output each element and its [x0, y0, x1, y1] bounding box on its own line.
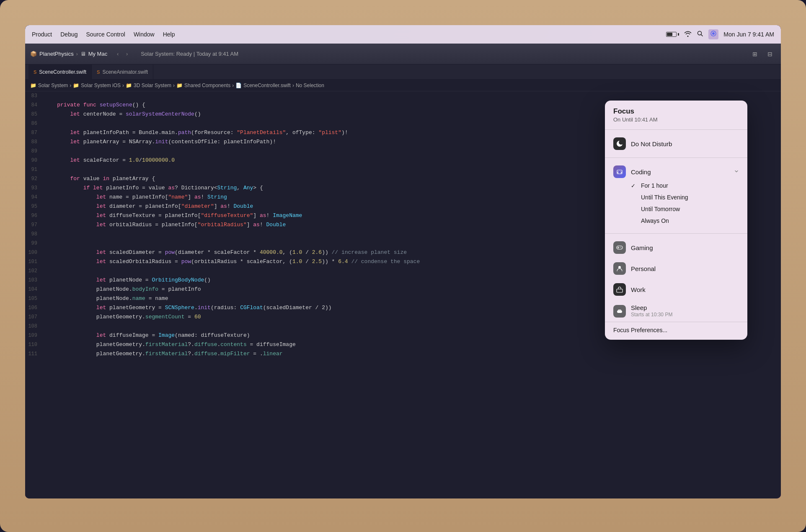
battery-icon [666, 32, 679, 37]
tab-scene-animator[interactable]: S SceneAnimator.swift [92, 65, 153, 80]
focus-item-work[interactable]: Work [605, 279, 747, 300]
svg-point-2 [712, 32, 715, 35]
screen-area: Product Debug Source Control Window Help [25, 25, 781, 498]
coding-chevron-icon [734, 168, 739, 175]
tab-label-2: SceneAnimator.swift [102, 69, 148, 75]
coding-subitems: For 1 hour Until This Evening Until Tomo… [605, 180, 747, 230]
build-status: Solar System: Ready | Today at 9:41 AM [141, 51, 238, 57]
battery-tip [678, 33, 679, 36]
breadcrumb-4[interactable]: 📁 Shared Components [176, 83, 230, 88]
breadcrumb-label-1: Solar System [38, 83, 68, 88]
divider-1 [605, 129, 747, 130]
for-1-hour-label: For 1 hour [641, 182, 668, 189]
svg-rect-11 [617, 289, 623, 292]
swift-file-icon-2: S [97, 70, 100, 75]
svg-point-9 [621, 248, 622, 248]
bc-sep-2: › [122, 83, 124, 88]
coding-subitem-until-tomorrow[interactable]: Until Tomorrow [631, 203, 739, 215]
focus-preferences[interactable]: Focus Preferences... [605, 322, 747, 340]
wifi-icon[interactable] [684, 31, 692, 38]
xcode-project-info: 📦 PlanetPhysics › 🖥 My Mac [30, 51, 107, 57]
divider-2 [605, 158, 747, 158]
xcode-icon: 🖥 [80, 51, 86, 57]
battery-fill [667, 33, 672, 36]
svg-line-1 [701, 35, 703, 36]
focus-item-personal[interactable]: Personal [605, 258, 747, 279]
tab-scene-controller[interactable]: S SceneController.swift [28, 65, 92, 80]
grid-icon[interactable]: ⊞ [749, 48, 761, 60]
breadcrumb-bar: 📁 Solar System › 📁 Solar System iOS › 📁 … [25, 80, 781, 91]
breadcrumb-label-2: Solar System iOS [81, 83, 121, 88]
project-icon: 📦 [30, 51, 37, 57]
file-tabs: S SceneController.swift S SceneAnimator.… [25, 65, 781, 80]
breadcrumb-2[interactable]: 📁 Solar System iOS [73, 83, 121, 88]
toolbar-icons: ⊞ ⊟ [749, 48, 776, 60]
search-icon[interactable] [697, 30, 703, 39]
breadcrumb-label-3: 3D Solar System [134, 83, 171, 88]
bc-sep-5: › [292, 83, 294, 88]
breadcrumb-folder-icon-1: 📁 [30, 83, 36, 88]
bc-sep-4: › [232, 83, 234, 88]
work-icon [613, 283, 626, 296]
swift-file-icon-1: S [34, 70, 36, 75]
moon-icon [613, 137, 626, 150]
menubar-right: Mon Jun 7 9:41 AM [666, 29, 774, 39]
gaming-label: Gaming [631, 244, 739, 251]
nav-arrows: ‹ › [114, 50, 131, 58]
focus-panel: Focus On Until 10:41 AM Do Not Disturb [605, 101, 747, 340]
sleep-subtitle: Starts at 10:30 PM [631, 312, 672, 318]
menubar-product[interactable]: Product [32, 31, 52, 38]
sleep-label: Sleep [631, 304, 672, 311]
sleep-icon [613, 305, 626, 318]
focus-item-gaming[interactable]: Gaming [605, 237, 747, 258]
battery-body [666, 32, 677, 37]
breadcrumb-file-icon: 📄 [235, 83, 242, 88]
sep1: › [76, 51, 78, 57]
gaming-icon [613, 241, 626, 254]
focus-on-text: On Until 10:41 AM [613, 116, 658, 123]
svg-point-10 [618, 266, 621, 269]
breadcrumb-5[interactable]: 📄 SceneController.swift [235, 83, 291, 88]
coding-icon [613, 165, 626, 178]
breadcrumb-1[interactable]: 📁 Solar System [30, 83, 68, 88]
do-not-disturb-label: Do Not Disturb [631, 140, 739, 147]
menubar-window[interactable]: Window [134, 31, 155, 38]
coding-subitem-always-on[interactable]: Always On [631, 215, 739, 227]
nav-back[interactable]: ‹ [114, 50, 121, 58]
bc-sep-1: › [70, 83, 71, 88]
nav-forward[interactable]: › [123, 50, 131, 58]
focus-preferences-label[interactable]: Focus Preferences... [613, 327, 667, 333]
work-label: Work [631, 286, 739, 293]
coding-subitem-for-1-hour[interactable]: For 1 hour [631, 180, 739, 191]
inspector-icon[interactable]: ⊟ [764, 48, 776, 60]
laptop-frame: Product Debug Source Control Window Help [0, 0, 806, 532]
breadcrumb-3[interactable]: 📁 3D Solar System [126, 83, 171, 88]
always-on-label: Always On [641, 217, 669, 224]
menubar-help[interactable]: Help [163, 31, 175, 38]
coding-label: Coding [631, 168, 729, 176]
personal-label: Personal [631, 265, 739, 272]
menubar-source-control[interactable]: Source Control [86, 31, 125, 38]
code-line-83: 83 [25, 91, 781, 101]
focus-item-do-not-disturb[interactable]: Do Not Disturb [605, 133, 747, 154]
menubar-debug[interactable]: Debug [60, 31, 78, 38]
focus-item-coding[interactable]: Coding [605, 161, 747, 180]
device-name: My Mac [88, 51, 108, 57]
project-name: PlanetPhysics [39, 51, 74, 57]
sleep-content: Sleep Starts at 10:30 PM [631, 304, 672, 318]
focus-panel-title: Focus [613, 107, 739, 116]
svg-point-8 [620, 247, 621, 248]
breadcrumb-label-5: SceneController.swift [243, 83, 291, 88]
breadcrumb-folder-icon-4: 📁 [176, 83, 183, 88]
focus-menubar-icon[interactable] [708, 29, 718, 39]
coding-subitem-until-this-evening[interactable]: Until This Evening [631, 191, 739, 203]
breadcrumb-folder-icon-2: 📁 [73, 83, 79, 88]
personal-icon [613, 262, 626, 275]
focus-item-sleep[interactable]: Sleep Starts at 10:30 PM [605, 300, 747, 322]
menubar-left: Product Debug Source Control Window Help [32, 31, 175, 38]
breadcrumb-label-6: No Selection [296, 83, 324, 88]
xcode-toolbar: 📦 PlanetPhysics › 🖥 My Mac ‹ › Solar Sys… [25, 44, 781, 65]
code-line-111: 111 planetGeometry.firstMaterial?.diffus… [25, 349, 781, 359]
focus-header: Focus On Until 10:41 AM [605, 101, 747, 126]
until-this-evening-label: Until This Evening [641, 194, 688, 201]
